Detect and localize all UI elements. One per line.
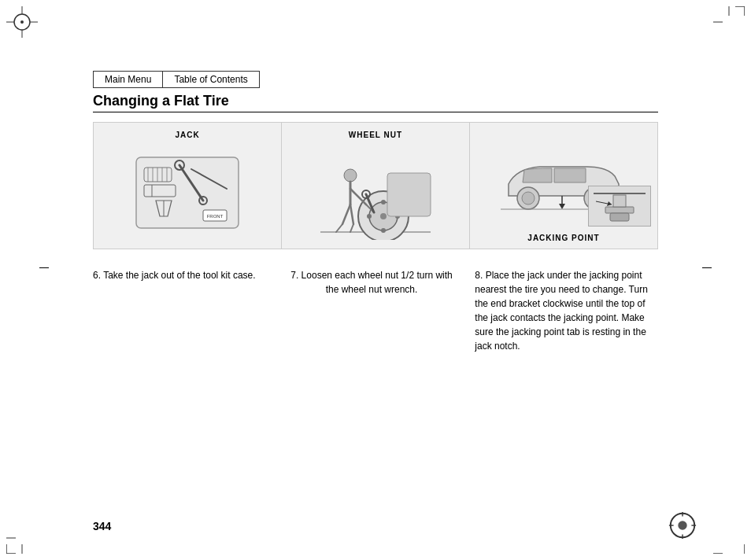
page-title: Changing a Flat Tire (93, 93, 229, 109)
jack-illustration: FRONT (102, 144, 273, 241)
step-6-text: Take the jack out of the tool kit case. (103, 270, 255, 281)
svg-point-40 (344, 169, 357, 182)
page-number: 344 (93, 520, 111, 532)
content-area: JACK (93, 122, 658, 497)
image-col-jacking: JACKING POINT (470, 123, 657, 249)
svg-marker-55 (559, 204, 565, 209)
svg-rect-59 (610, 213, 629, 221)
main-menu-button[interactable]: Main Menu (93, 71, 162, 88)
svg-point-53 (522, 192, 535, 204)
image-row: JACK (93, 122, 658, 249)
step-7-text: Loosen each wheel nut 1/2 turn with the … (302, 270, 453, 295)
wheel-nut-label: WHEEL NUT (349, 131, 402, 139)
step-6-number: 6. (93, 270, 101, 281)
svg-line-47 (350, 224, 353, 232)
desc-col-2: 7. Loosen each wheel nut 1/2 turn with t… (276, 262, 468, 353)
svg-line-44 (342, 204, 350, 224)
right-tick (702, 267, 712, 268)
toc-button[interactable]: Table of Contents (162, 71, 259, 88)
svg-point-35 (381, 200, 386, 204)
nav-bar: Main Menu Table of Contents (93, 71, 260, 88)
jacking-point-label: JACKING POINT (470, 234, 657, 242)
step-7-number: 7. (290, 270, 298, 281)
svg-point-36 (381, 228, 386, 233)
corner-bracket-bottom-right (713, 522, 745, 554)
svg-text:FRONT: FRONT (207, 214, 224, 219)
reg-mark-top-right (713, 6, 745, 38)
svg-line-46 (350, 204, 353, 224)
svg-line-45 (336, 224, 342, 232)
svg-point-37 (367, 214, 372, 219)
desc-row: 6. Take the jack out of the tool kit cas… (93, 262, 658, 353)
svg-point-1 (20, 20, 24, 24)
desc-col-3: 8. Place the jack under the jacking poin… (467, 262, 658, 353)
reg-mark-top-left (6, 6, 38, 38)
svg-point-34 (380, 213, 387, 219)
left-tick (39, 267, 49, 268)
step-8-number: 8. (475, 270, 483, 281)
svg-rect-39 (387, 173, 431, 216)
step-8-text: Place the jack under the jacking point n… (475, 270, 647, 352)
jacking-point-closeup (588, 186, 651, 227)
jack-label: JACK (175, 131, 199, 139)
svg-rect-58 (613, 195, 626, 207)
desc-col-1: 6. Take the jack out of the tool kit cas… (93, 262, 276, 353)
reg-mark-bottom-left (6, 522, 38, 554)
svg-rect-57 (605, 207, 634, 213)
image-col-jack: JACK (94, 123, 282, 249)
image-col-wheel-nut: WHEEL NUT (282, 123, 470, 249)
title-divider (93, 112, 658, 112)
bottom-right-circle (668, 510, 697, 540)
wheel-nut-illustration (290, 144, 461, 241)
svg-point-64 (678, 521, 686, 529)
